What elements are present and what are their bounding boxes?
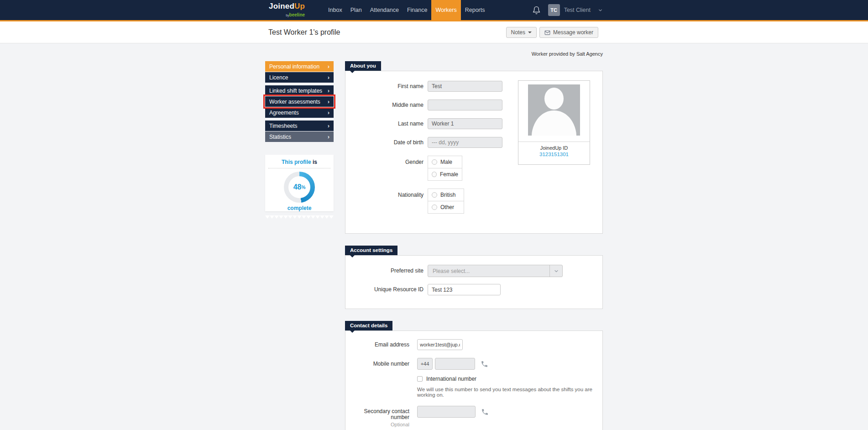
nav-workers[interactable]: Workers [431,0,460,20]
sms-usage-note: We will use this number to send you text… [417,387,602,398]
gender-label: Gender [345,156,428,181]
navbar-right: TC Test Client [532,4,603,16]
preferred-site-select[interactable]: Please select... [428,265,563,277]
page-title: Test Worker 1's profile [268,28,340,37]
email-address-field[interactable] [417,339,463,350]
completion-donut: 48% [284,172,315,203]
nav-attendance[interactable]: Attendance [366,0,403,20]
donut-center: 48% [288,176,310,198]
date-of-birth-field[interactable] [428,137,502,148]
nav-reports[interactable]: Reports [461,0,489,20]
mobile-number-field[interactable] [435,358,475,370]
nationality-option-british[interactable]: British [428,189,464,201]
international-number-checkbox[interactable] [417,376,423,382]
middle-name-label: Middle name [345,100,428,110]
logo-by: by [286,14,289,17]
percent-symbol: % [301,185,305,190]
preferred-site-placeholder: Please select... [428,268,549,274]
female-label: Female [440,171,458,178]
profile-completeness-widget: This profile is 48% complete [265,155,334,219]
sidebar-item-linked-shift-templates[interactable]: Linked shift templates › [265,85,334,96]
account-settings-panel: Preferred site Please select... Unique R… [345,255,603,309]
top-navbar: JoinedUp bybeeline Inbox Plan Attendance… [0,0,868,21]
sidebar-item-statistics[interactable]: Statistics › [265,131,334,142]
country-code-field[interactable] [417,358,433,370]
notes-caret-down-icon [528,31,532,33]
sidebar-item-label: Statistics [269,134,291,140]
last-name-field[interactable] [428,118,502,129]
unique-resource-id-field[interactable] [428,284,501,295]
phone-icon [481,360,488,368]
male-label: Male [440,159,452,165]
chevron-right-icon: › [328,123,329,129]
user-menu-chevron-down-icon[interactable] [598,8,603,13]
british-radio[interactable] [432,192,437,198]
header-buttons: Notes Message worker [506,27,603,38]
section-contact-details: Contact details Email address Mobile num… [345,321,603,430]
preferred-site-label: Preferred site [345,265,428,277]
gender-option-male[interactable]: Male [428,156,462,168]
message-worker-button[interactable]: Message worker [539,27,598,38]
sidebar-item-worker-assessments[interactable]: Worker assessments › [265,96,334,107]
primary-nav: Inbox Plan Attendance Finance Workers Re… [324,0,489,20]
sidebar-item-label: Timesheets [269,123,298,129]
user-name[interactable]: Test Client [564,7,591,13]
person-silhouette-icon [528,84,580,136]
international-number-label: International number [426,376,476,382]
message-worker-label: Message worker [553,29,593,36]
sidebar-item-licence[interactable]: Licence › [265,72,334,83]
joinedup-id-value[interactable]: 3123151301 [518,152,590,157]
gender-option-female[interactable]: Female [428,168,462,181]
nationality-label: Nationality [345,189,428,214]
international-number-option[interactable]: International number [417,376,602,382]
contact-details-tab: Contact details [345,321,392,330]
page: JoinedUp bybeeline Inbox Plan Attendance… [0,0,868,430]
section-account-settings: Account settings Preferred site Please s… [345,246,603,309]
unique-resource-id-label: Unique Resource ID [345,284,428,295]
optional-label: Optional [345,422,409,428]
male-radio[interactable] [432,159,437,165]
sidebar: Personal information › Licence › Linked … [265,61,334,430]
nationality-radio-group: British Other [428,189,464,214]
other-label: Other [440,204,454,210]
sidebar-item-label: Agreements [269,110,299,116]
sidebar-item-timesheets[interactable]: Timesheets › [265,121,334,131]
joinedup-logo[interactable]: JoinedUp bybeeline [269,2,305,18]
worker-photo-card: JoinedUp ID 3123151301 [518,80,590,165]
notes-button[interactable]: Notes [506,27,537,38]
notifications-bell-icon[interactable] [532,6,541,15]
chevron-right-icon: › [328,99,329,105]
select-chevron-down-icon [549,265,562,277]
sidebar-item-personal-information[interactable]: Personal information › [265,61,334,72]
joinedup-id-label: JoinedUp ID [518,145,590,151]
user-avatar[interactable]: TC [548,4,560,16]
notes-button-label: Notes [511,29,525,36]
sidebar-group-2: Linked shift templates › Worker assessme… [265,85,334,118]
first-name-field[interactable] [428,81,502,92]
logo-up: Up [294,2,305,10]
avatar-placeholder-image [528,84,580,136]
british-label: British [440,192,455,198]
sidebar-item-label: Linked shift templates [269,88,322,94]
sidebar-item-label: Licence [269,74,288,81]
secondary-contact-number-field[interactable] [417,406,476,418]
other-radio[interactable] [432,205,437,210]
nav-inbox[interactable]: Inbox [324,0,346,20]
nav-plan[interactable]: Plan [346,0,366,20]
email-address-label: Email address [345,339,417,350]
date-of-birth-label: Date of birth [345,137,428,148]
chevron-right-icon: › [328,88,329,94]
last-name-label: Last name [345,118,428,129]
main-content: Worker provided by Salt Agency Personal … [0,43,868,430]
sidebar-item-label: Personal information [269,63,319,70]
content-column: About you First name Middle name [345,61,603,430]
female-radio[interactable] [432,172,437,177]
completion-percent: 48 [293,183,302,191]
middle-name-field[interactable] [428,100,502,110]
sidebar-item-agreements[interactable]: Agreements › [265,107,334,118]
nav-finance[interactable]: Finance [403,0,431,20]
gender-radio-group: Male Female [428,156,462,181]
nationality-option-other[interactable]: Other [428,201,464,214]
about-you-panel: First name Middle name Last name [345,71,603,234]
chevron-right-icon: › [328,74,329,80]
